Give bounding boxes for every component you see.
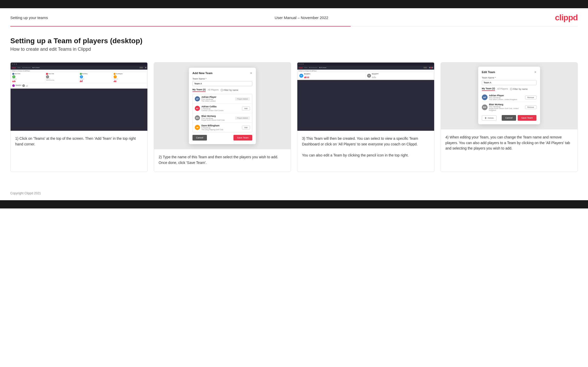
team-name-label: Team Name * [192, 77, 252, 80]
ss3-logo: clippd [298, 67, 303, 68]
edit-team-name-input[interactable] [482, 80, 536, 85]
ss1-player-3: Blair McHarg 94 Player Quality [79, 72, 113, 83]
save-team-button[interactable]: Save Team [233, 135, 252, 141]
player-item-4: DB Dave Billingham 5 HandicapThe Ding Ma… [193, 123, 252, 132]
ss1-player-2: Adrian Coliba 0 Player Quality Central L… [46, 72, 79, 83]
ss1-avatar-4 [114, 73, 116, 75]
player-item-1: AP Adrian Player Plus HandicapThe Shire … [193, 94, 252, 104]
ss1-avatar-3 [80, 73, 82, 75]
edit-team-modal: Edit Team × Team Name * My Team (2) All … [478, 67, 540, 124]
ss3-player-2: 72 Richard Butler Plus Handicap [366, 72, 433, 79]
edit-filter-label: Filter by name [510, 88, 528, 90]
edit-modal-tabs: My Team (2) All Players Filter by name [482, 87, 536, 91]
page-title: Setting up a Team of players (desktop) [10, 37, 578, 45]
edit-modal-header: Edit Team × [482, 70, 536, 74]
trash-icon: 🗑 [485, 117, 487, 119]
edit-player-list: AP Adrian Player Plus HandicapThe Shire … [482, 93, 536, 112]
player-avatar-2: AC [195, 106, 200, 111]
card-4-text: 4) When editing your Team, you can chang… [441, 129, 578, 172]
player-avatar-3: BM [195, 115, 200, 120]
card-2-screenshot: Add New Team × Team Name * My Team (2) A… [154, 63, 291, 149]
player-detail-2: 1 HandicapCentral London Golf Centre [201, 108, 241, 111]
card-4-screenshot: Edit Team × Team Name * My Team (2) All … [441, 63, 578, 129]
modal-header: Add New Team × [192, 71, 252, 75]
edit-player-avatar-2: BM [482, 104, 488, 110]
card-3: clippd Home My Performance My Pa Teamal [297, 62, 434, 172]
player-detail-4: 5 HandicapThe Ding Maping Golf Club [201, 127, 241, 130]
ss3-nav-perf: My Performance [309, 67, 317, 68]
ss1-avatar-1 [12, 73, 14, 75]
modal-title: Add New Team [192, 72, 213, 75]
add-team-modal: Add New Team × Team Name * My Team (2) A… [189, 68, 256, 144]
card-3-text: 3) This Team will then be created. You c… [297, 131, 434, 172]
player-list: AP Adrian Player Plus HandicapThe Shire … [192, 94, 252, 132]
remove-player-btn-1[interactable]: Remove [525, 95, 536, 99]
modal-footer: Cancel Save Team [192, 135, 252, 141]
copyright-text: Copyright Clippd 2021 [10, 191, 41, 195]
edit-cancel-button[interactable]: Cancel [502, 115, 516, 121]
header-manual-title: User Manual – November 2022 [275, 15, 328, 20]
header: Setting up your teams User Manual – Nove… [0, 8, 588, 26]
card-1-text: 1) Click on 'Teams' at the top of the sc… [11, 131, 147, 172]
card-2-text: 2) Type the name of this Team and then s… [154, 149, 291, 172]
ss1-player-4: Dave Billingham 78 Player Quality [113, 72, 146, 83]
delete-team-button[interactable]: 🗑 Delete [482, 115, 497, 121]
edit-player-item-2: BM Blair McHarg Plus HandicapRoyal North… [482, 102, 536, 112]
edit-modal-footer: 🗑 Delete Cancel Save Team [482, 115, 536, 121]
team-name-input[interactable] [192, 81, 252, 86]
ss1-nav-perf: My Performance [22, 67, 31, 68]
ss1-nav-teams: My Pa Teamal [32, 67, 39, 68]
edit-player-detail-2: Plus HandicapRoyal North Devon Golf Club… [489, 106, 524, 111]
remove-player-btn-2[interactable]: Remove [525, 105, 536, 109]
player-add-btn-4[interactable]: Add [242, 126, 250, 129]
card-1-screenshot: clippd Home My Performance My Pa Teamal … [11, 63, 147, 131]
player-detail-3: Plus HandicapRoyal North Devon Golf Club [201, 117, 233, 121]
edit-tab-all-players[interactable]: All Players [497, 88, 508, 91]
card-1: clippd Home My Performance My Pa Teamal … [10, 62, 148, 172]
edit-player-avatar-1: AP [482, 94, 488, 100]
ss1-player-1: Adrian Collins 84 Player Quality [12, 72, 45, 83]
filter-by-name-label: Filter by name [221, 89, 238, 91]
player-name-4: Dave Billingham [201, 124, 241, 127]
edit-player-detail-1: Plus HandicapThe Shire London, United Ki… [489, 97, 524, 100]
player-item-2: AC Adrian Coliba 1 HandicapCentral Londo… [193, 104, 252, 113]
card-2: Add New Team × Team Name * My Team (2) A… [154, 62, 291, 172]
edit-player-name-2: Blair McHarg [489, 103, 524, 106]
tab-all-players[interactable]: All Players [208, 89, 219, 92]
edit-player-name-1: Adrian Player [489, 94, 524, 97]
top-bar [0, 0, 588, 8]
cancel-button[interactable]: Cancel [192, 135, 207, 141]
logo: clippd [555, 13, 578, 22]
ss3-player-1: 94 Blair McHarg Plus Handicap [298, 72, 365, 79]
player-added-btn-1: Player Added [235, 97, 250, 101]
modal-close-icon[interactable]: × [250, 71, 252, 75]
ss3-heading: Finding 5 out of 4 players from All Play… [298, 71, 433, 72]
ss1-nav-home: Home [18, 67, 21, 68]
player-avatar-1: AP [195, 96, 200, 101]
player-name-3: Blair McHarg [201, 115, 233, 117]
ss1-heading: Finding 5 out of 4 players from All Play… [12, 71, 146, 72]
page-footer: Copyright Clippd 2021 [0, 187, 588, 200]
tab-my-team[interactable]: My Team (2) [192, 88, 206, 92]
ss3-nav-home: Home [304, 67, 307, 68]
bottom-bar [0, 200, 588, 208]
page-content: Setting up a Team of players (desktop) H… [0, 27, 588, 187]
player-detail-1: Plus HandicapThe Shire London [201, 98, 233, 102]
edit-filter-checkbox[interactable] [510, 88, 512, 90]
edit-tab-my-team[interactable]: My Team (2) [482, 87, 495, 91]
edit-team-name-label: Team Name * [482, 76, 536, 79]
player-add-btn-2[interactable]: Add [242, 107, 250, 110]
edit-save-team-button[interactable]: Save Team [518, 115, 536, 121]
card-3-screenshot: clippd Home My Performance My Pa Teamal [297, 63, 434, 131]
cards-grid: clippd Home My Performance My Pa Teamal … [10, 62, 578, 172]
ss1-bottom-player: Richard Butler Plus Handicap 72 [12, 83, 146, 88]
player-item-3: BM Blair McHarg Plus HandicapRoyal North… [193, 113, 252, 123]
filter-by-name-checkbox[interactable] [221, 89, 223, 91]
modal-tabs: My Team (2) All Players Filter by name [192, 88, 252, 92]
edit-player-item-1: AP Adrian Player Plus HandicapThe Shire … [482, 93, 536, 102]
player-avatar-4: DB [195, 125, 200, 130]
card-4: Edit Team × Team Name * My Team (2) All … [441, 62, 578, 172]
edit-modal-close-icon[interactable]: × [534, 70, 536, 74]
player-name-2: Adrian Coliba [201, 105, 241, 108]
player-added-btn-3: Player Added [235, 116, 250, 120]
